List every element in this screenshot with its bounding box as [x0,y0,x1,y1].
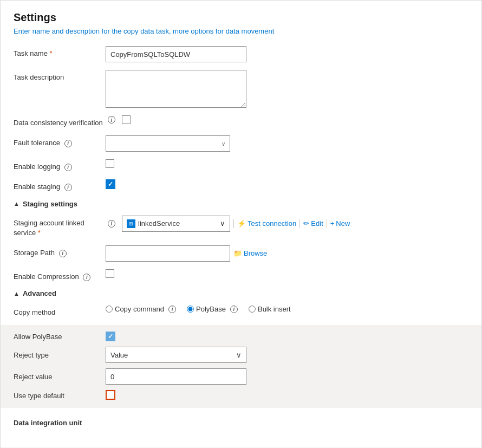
data-consistency-checkbox[interactable] [122,115,131,124]
test-connection-icon: ⚡ [237,219,246,228]
copy-command-radio[interactable] [106,306,113,313]
reject-value-value [106,368,468,385]
storage-path-label: Storage Path i [14,245,106,258]
enable-logging-control [106,159,468,168]
staging-linked-service-dropdown[interactable]: ⊞ linkedService ∨ [122,216,230,232]
linked-service-chevron-icon: ∨ [220,219,225,228]
task-description-row: Task description [14,70,468,108]
bulk-insert-option[interactable]: Bulk insert [249,305,291,313]
new-plus-icon: + [330,219,335,228]
copy-method-options: Copy command i PolyBase i Bulk insert [106,305,291,313]
polybase-section: Allow PolyBase Reject type Value ∨ Rejec… [1,325,481,408]
enable-logging-checkbox[interactable] [106,159,114,168]
data-consistency-control: i [106,115,468,124]
edit-icon: ✏ [303,219,309,228]
task-description-label: Task description [14,70,106,82]
task-description-input[interactable] [106,70,246,108]
enable-staging-info-icon[interactable]: i [64,184,72,191]
enable-logging-info-icon[interactable]: i [64,164,72,171]
reject-type-value: Value ∨ [106,347,468,363]
reject-value-label: Reject value [14,373,106,381]
enable-compression-checkbox[interactable] [106,269,114,278]
page-title: Settings [14,11,468,24]
advanced-collapse-icon[interactable]: ▲ [14,290,19,297]
data-integration-label: Data integration unit [14,415,106,428]
allow-polybase-value [106,332,468,341]
copy-method-control: Copy command i PolyBase i Bulk insert [106,305,468,313]
enable-compression-info-icon[interactable]: i [83,274,90,281]
reject-value-row: Reject value [14,368,468,385]
storage-path-input[interactable] [106,245,230,262]
enable-staging-control [106,179,468,189]
data-consistency-label: Data consistency verification [14,115,106,128]
reject-type-dropdown[interactable]: Value ∨ [106,347,246,363]
reject-type-row: Reject type Value ∨ [14,347,468,363]
subtitle-link[interactable]: Enter name and description for the copy … [14,27,468,35]
divider3 [327,219,327,228]
allow-polybase-row: Allow PolyBase [14,332,468,341]
copy-method-label: Copy method [14,305,106,317]
fault-tolerance-dropdown[interactable]: ∨ [106,135,230,152]
enable-staging-checkbox[interactable] [106,179,115,189]
fault-tolerance-chevron-icon: ∨ [222,141,225,147]
enable-staging-label: Enable staging i [14,179,106,192]
use-type-default-checkbox[interactable] [106,390,115,400]
storage-path-control: 📁 Browse [106,245,468,262]
fault-tolerance-label: Fault tolerance i [14,135,106,148]
copy-command-option[interactable]: Copy command i [106,305,179,313]
enable-logging-label: Enable logging i [14,159,106,172]
task-name-row: Task name * [14,46,468,62]
linked-service-icon: ⊞ [127,219,135,228]
storage-path-row: Storage Path i 📁 Browse [14,245,468,262]
storage-path-info-icon[interactable]: i [59,250,67,257]
browse-link[interactable]: 📁 Browse [233,249,267,257]
new-link[interactable]: + New [330,219,350,228]
enable-compression-row: Enable Compression i [14,269,468,282]
staging-account-row: Staging account linked service * i ⊞ lin… [14,216,468,238]
staging-account-control: i ⊞ linkedService ∨ ⚡ Test connection ✏ … [106,216,468,232]
reject-type-label: Reject type [14,351,106,359]
bulk-insert-radio[interactable] [249,306,256,313]
copy-command-info-icon[interactable]: i [168,306,176,313]
polybase-radio[interactable] [187,306,194,313]
enable-compression-control [106,269,468,278]
allow-polybase-checkbox[interactable] [106,332,115,341]
allow-polybase-label: Allow PolyBase [14,333,106,341]
test-connection-link[interactable]: ⚡ Test connection [237,219,296,228]
enable-logging-row: Enable logging i [14,159,468,172]
staging-collapse-icon[interactable]: ▲ [14,200,19,207]
staging-account-info-icon[interactable]: i [108,220,115,228]
data-integration-row: Data integration unit [14,415,468,428]
task-name-label: Task name * [14,46,106,59]
polybase-info-icon[interactable]: i [230,306,238,313]
use-type-default-value [106,390,468,401]
staging-settings-header: ▲ Staging settings [14,200,468,208]
use-type-default-row: Use type default [14,390,468,401]
content-area: Settings Enter name and description for … [1,1,481,447]
use-type-default-label: Use type default [14,392,106,400]
enable-compression-label: Enable Compression i [14,269,106,282]
data-consistency-row: Data consistency verification i [14,115,468,128]
staging-account-label: Staging account linked service * [14,216,106,238]
divider2 [299,219,300,228]
folder-icon: 📁 [233,249,242,257]
advanced-header: ▲ Advanced [14,289,468,297]
fault-tolerance-row: Fault tolerance i ∨ [14,135,468,152]
data-consistency-info-icon[interactable]: i [108,116,115,124]
reject-type-chevron-icon: ∨ [236,351,242,359]
fault-tolerance-info-icon[interactable]: i [64,140,72,147]
polybase-option[interactable]: PolyBase i [187,305,241,313]
copy-method-row: Copy method Copy command i PolyBase i [14,305,468,317]
reject-value-input[interactable] [106,368,246,385]
edit-link[interactable]: ✏ Edit [303,219,323,228]
settings-page: Settings Enter name and description for … [0,0,482,448]
task-name-control [106,46,468,62]
enable-staging-row: Enable staging i [14,179,468,192]
divider [233,219,234,228]
fault-tolerance-control: ∨ [106,135,468,152]
task-description-control [106,70,468,108]
task-name-input[interactable] [106,46,246,62]
